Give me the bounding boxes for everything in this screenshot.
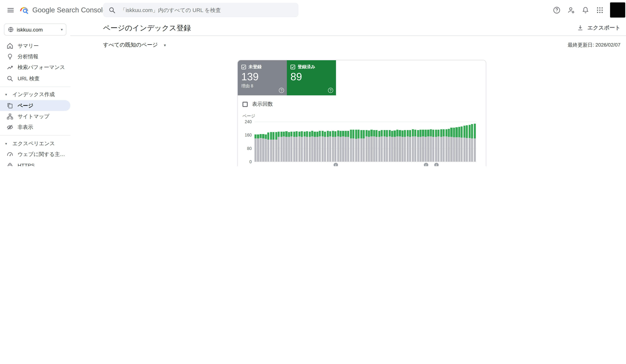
url-inspection-searchbox[interactable] xyxy=(103,3,299,17)
annotation-marker[interactable]: i xyxy=(334,163,338,166)
sidebar-item[interactable]: 非表示 xyxy=(0,122,70,133)
bar-indexed-segment xyxy=(471,124,473,138)
help-button[interactable] xyxy=(549,3,564,17)
sidebar-item-label: サマリー xyxy=(17,42,39,49)
bar-not-indexed-segment xyxy=(306,137,308,162)
bar-not-indexed-segment xyxy=(378,137,380,162)
user-settings-button[interactable] xyxy=(564,3,578,17)
bar xyxy=(280,132,282,162)
sidebar-item[interactable]: ページ xyxy=(0,100,70,111)
bar-indexed-segment xyxy=(280,132,282,137)
bar-indexed-segment xyxy=(365,130,367,136)
bar-not-indexed-segment xyxy=(260,138,262,162)
bar-indexed-segment xyxy=(296,131,298,137)
bar-not-indexed-segment xyxy=(309,137,311,162)
chevron-down-icon: ▾ xyxy=(61,28,63,32)
bar xyxy=(445,129,447,162)
bar-indexed-segment xyxy=(422,130,424,136)
google-apps-button[interactable] xyxy=(592,3,607,17)
property-selector[interactable]: iskkuu.com ▾ xyxy=(4,24,66,35)
bar-not-indexed-segment xyxy=(422,136,424,162)
bar-not-indexed-segment xyxy=(314,137,316,162)
bar-not-indexed-segment xyxy=(407,136,409,162)
tile-value: 139 xyxy=(241,71,283,82)
bar xyxy=(443,129,445,162)
annotation-marker[interactable]: i xyxy=(424,163,428,166)
account-avatar[interactable] xyxy=(610,2,625,17)
bar xyxy=(448,129,450,162)
bar-not-indexed-segment xyxy=(340,137,342,162)
app-logo[interactable]: Google Search Console xyxy=(19,5,107,15)
sidebar-item[interactable]: ウェブに関する主な指標 xyxy=(0,149,70,160)
sidebar-section[interactable]: ▾インデックス作成 xyxy=(0,89,70,100)
bar-not-indexed-segment xyxy=(254,138,256,162)
annotation-marker[interactable]: i xyxy=(434,163,438,166)
checkbox-checked-icon xyxy=(290,65,295,69)
export-button[interactable]: エクスポート xyxy=(577,24,620,31)
bar xyxy=(262,134,264,162)
chevron-down-icon: ▾ xyxy=(164,43,166,47)
bar-not-indexed-segment xyxy=(360,138,362,162)
bar-indexed-segment xyxy=(329,132,331,136)
bar-indexed-segment xyxy=(463,126,465,138)
bar-not-indexed-segment xyxy=(293,137,295,162)
bar-not-indexed-segment xyxy=(365,136,367,162)
bar xyxy=(270,132,272,162)
bar-indexed-segment xyxy=(394,130,396,137)
bar-indexed-segment xyxy=(265,134,267,139)
bar-indexed-segment xyxy=(389,130,391,136)
search-console-logo-icon xyxy=(19,5,29,15)
sidebar-item[interactable]: 検索パフォーマンス xyxy=(0,62,70,73)
bar-indexed-segment xyxy=(425,130,427,136)
bar xyxy=(365,130,367,162)
bar-indexed-segment xyxy=(301,132,303,137)
tile-not-indexed[interactable]: 未登録 139 理由 8 ? xyxy=(238,60,287,95)
main-content: ページのインデックス登録 エクスポート すべての既知のページ ▾ 最終更新日: … xyxy=(70,20,626,166)
bar xyxy=(352,130,354,162)
bar-indexed-segment xyxy=(285,132,287,137)
bar-indexed-segment xyxy=(267,132,269,140)
sidebar-item-label: サイトマップ xyxy=(17,113,49,120)
last-updated-label: 最終更新日: 2026/02/07 xyxy=(568,42,620,48)
help-icon[interactable]: ? xyxy=(279,88,284,93)
sidebar-item[interactable]: URL 検査 xyxy=(0,73,70,84)
bar-indexed-segment xyxy=(273,132,274,140)
sidebar-item[interactable]: 分析情報 xyxy=(0,51,70,62)
bar xyxy=(290,132,292,162)
sidebar-section[interactable]: ▾エクスペリエンス xyxy=(0,138,70,149)
tile-indexed[interactable]: 登録済み 89 ? xyxy=(287,60,336,95)
summary-tiles: 未登録 139 理由 8 ? 登録済み xyxy=(238,60,486,95)
page-scope-filter[interactable]: すべての既知のページ ▾ xyxy=(103,41,166,49)
sidebar-item[interactable]: HTTPS xyxy=(0,160,70,166)
bar xyxy=(360,130,362,162)
help-icon[interactable]: ? xyxy=(328,88,333,93)
bar-indexed-segment xyxy=(306,131,308,137)
bar-indexed-segment xyxy=(262,134,264,138)
hamburger-icon xyxy=(6,6,15,14)
indexing-chart-card: 未登録 139 理由 8 ? 登録済み xyxy=(237,60,486,166)
bar-not-indexed-segment xyxy=(458,137,460,162)
bar-not-indexed-segment xyxy=(443,136,445,162)
bar-not-indexed-segment xyxy=(311,136,313,162)
bar-not-indexed-segment xyxy=(445,136,447,162)
notifications-button[interactable] xyxy=(578,3,592,17)
search-input[interactable] xyxy=(120,7,293,13)
bar-indexed-segment xyxy=(386,130,388,137)
bar-not-indexed-segment xyxy=(337,136,339,162)
bar-not-indexed-segment xyxy=(345,137,347,162)
bar xyxy=(417,130,419,162)
bar-not-indexed-segment xyxy=(357,138,359,162)
bar-indexed-segment xyxy=(327,131,329,137)
checkbox-unchecked-icon[interactable] xyxy=(242,101,248,107)
hamburger-menu-button[interactable] xyxy=(3,3,18,17)
bar-not-indexed-segment xyxy=(396,136,398,162)
bar xyxy=(265,134,267,162)
bar-not-indexed-segment xyxy=(389,136,391,162)
page-title: ページのインデックス登録 xyxy=(103,23,191,33)
bar-not-indexed-segment xyxy=(430,136,432,162)
sidebar-item[interactable]: サマリー xyxy=(0,40,70,51)
sidebar-item[interactable]: サイトマップ xyxy=(0,111,70,122)
bar xyxy=(414,130,416,162)
impressions-toggle[interactable]: 表示回数 xyxy=(242,100,486,107)
bar-indexed-segment xyxy=(311,131,313,136)
